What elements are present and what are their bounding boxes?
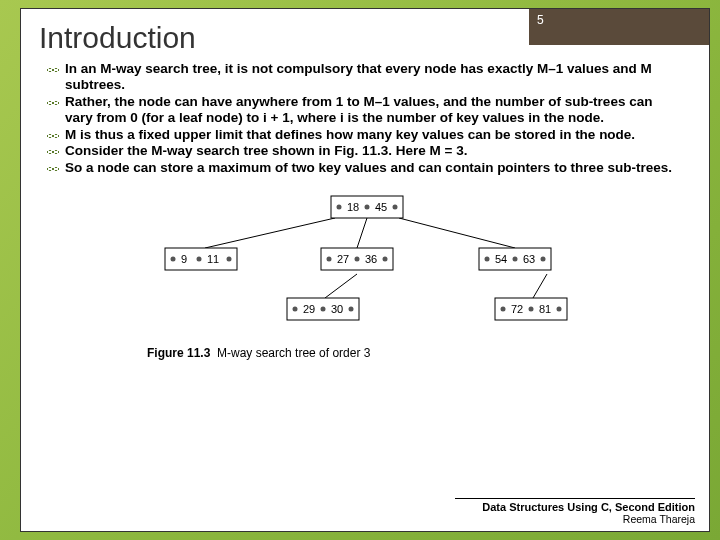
node-value: 45 (375, 201, 387, 213)
node-value: 9 (181, 253, 187, 265)
bullet-item: Consider the M-way search tree shown in … (65, 143, 683, 159)
slide: Introduction 5 In an M-way search tree, … (20, 8, 710, 532)
svg-point-8 (393, 205, 398, 210)
tree-diagram: 18 45 9 11 27 36 (135, 190, 595, 340)
svg-point-14 (327, 257, 332, 262)
footer-title: Data Structures Using C, Second Edition (455, 501, 695, 513)
node-value: 29 (303, 303, 315, 315)
tree-node: 27 36 (321, 248, 393, 270)
tree-node: 54 63 (479, 248, 551, 270)
tree-node-root: 18 45 (331, 196, 403, 218)
svg-line-3 (325, 274, 357, 298)
svg-point-28 (557, 307, 562, 312)
node-value: 81 (539, 303, 551, 315)
svg-point-10 (171, 257, 176, 262)
bullet-item: M is thus a fixed upper limit that defin… (65, 127, 683, 143)
node-value: 30 (331, 303, 343, 315)
footer-author: Reema Thareja (455, 513, 695, 525)
bullet-list: In an M-way search tree, it is not compu… (21, 61, 709, 176)
svg-point-7 (365, 205, 370, 210)
svg-point-22 (293, 307, 298, 312)
node-value: 63 (523, 253, 535, 265)
figure-caption-text: M-way search tree of order 3 (217, 346, 370, 360)
bullet-item: Rather, the node can have anywhere from … (65, 94, 683, 127)
svg-point-20 (541, 257, 546, 262)
node-value: 72 (511, 303, 523, 315)
bullet-item: In an M-way search tree, it is not compu… (65, 61, 683, 94)
svg-point-11 (197, 257, 202, 262)
svg-point-19 (513, 257, 518, 262)
node-value: 54 (495, 253, 507, 265)
node-value: 27 (337, 253, 349, 265)
tree-node: 29 30 (287, 298, 359, 320)
svg-point-6 (337, 205, 342, 210)
figure-label: Figure 11.3 (147, 346, 210, 360)
tree-node: 9 11 (165, 248, 237, 270)
node-value: 36 (365, 253, 377, 265)
svg-point-24 (349, 307, 354, 312)
svg-point-16 (383, 257, 388, 262)
svg-point-23 (321, 307, 326, 312)
node-value: 18 (347, 201, 359, 213)
svg-line-4 (533, 274, 547, 298)
svg-point-27 (529, 307, 534, 312)
svg-line-2 (399, 218, 515, 248)
svg-point-18 (485, 257, 490, 262)
bullet-item: So a node can store a maximum of two key… (65, 160, 683, 176)
header: Introduction 5 (21, 9, 709, 61)
svg-point-26 (501, 307, 506, 312)
svg-line-1 (357, 218, 367, 248)
figure: 18 45 9 11 27 36 (135, 190, 595, 360)
svg-point-12 (227, 257, 232, 262)
footer: Data Structures Using C, Second Edition … (455, 498, 695, 525)
page-number-box: 5 (529, 9, 709, 45)
node-value: 11 (207, 253, 219, 265)
page-title: Introduction (39, 21, 529, 55)
tree-node: 72 81 (495, 298, 567, 320)
svg-line-0 (205, 218, 335, 248)
figure-caption: Figure 11.3 M-way search tree of order 3 (135, 346, 595, 360)
svg-point-15 (355, 257, 360, 262)
